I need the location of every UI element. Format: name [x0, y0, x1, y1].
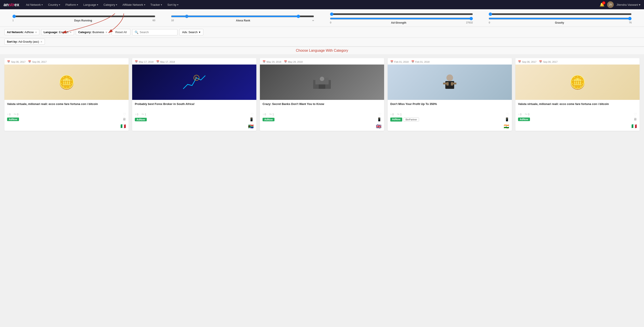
filter-tag-language: Language: English × — [41, 29, 74, 35]
search-input[interactable] — [140, 30, 175, 34]
trend-icon: 〜 — [14, 112, 16, 116]
gravity-max: 76 — [629, 21, 632, 24]
card-2-flag: 🇿🇦 — [132, 124, 256, 131]
nav-country[interactable]: Country ▾ — [46, 2, 62, 8]
chevron-down-icon: ▾ — [177, 4, 178, 6]
days-running-min: 1 — [12, 19, 14, 22]
filter-tag-ad-network: Ad Network: AdNow × — [4, 29, 39, 35]
chevron-down-icon: ▾ — [161, 4, 162, 6]
days-running-label: Days Running — [74, 19, 92, 22]
share-icon: ↑ — [518, 113, 519, 116]
card-2-footer: AdNow 📱 — [132, 117, 256, 124]
card-4-image — [388, 64, 512, 100]
nav-platform[interactable]: Platform ▾ — [63, 2, 80, 8]
desktop-icon: 🖥 — [634, 117, 637, 121]
calendar-icon: 📅 — [135, 60, 138, 63]
navbar-right: 🔔 2 JV Jitendra Vaswani ▾ — [600, 1, 640, 8]
chevron-down-icon: ▾ — [199, 30, 200, 34]
alexa-rank-slider-group: 10 Alexa Rank ∞ — [163, 14, 322, 22]
slider-area: 1 Days Running 60 10 Alexa Rank ∞ 0 Ad-S… — [0, 9, 644, 27]
gravity-max-slider[interactable] — [489, 17, 632, 20]
nav-sort-by[interactable]: Sort by ▾ — [165, 2, 180, 8]
chevron-down-icon: ▾ — [77, 4, 78, 6]
filter-tag-ad-network-close[interactable]: × — [35, 30, 37, 34]
card-2-image: ₿ — [132, 64, 256, 100]
reset-all-button[interactable]: Reset All — [112, 29, 130, 35]
card-1: 📅 Sep 06, 2017 📅 Sep 06, 2017 🪙 Valuta v… — [4, 58, 128, 131]
network-badge-binpartner: BinPartner — [404, 118, 419, 122]
filter-tag-language-close[interactable]: × — [70, 30, 72, 34]
heart-icon[interactable]: ♡ — [250, 112, 254, 116]
filter-tag-category: Category: Business × — [76, 29, 110, 35]
network-badge-adnow: AdNow — [135, 118, 147, 121]
card-2-stats: ↑ 0 〜 1 ♡ — [132, 111, 256, 117]
days-running-slider[interactable] — [12, 14, 155, 18]
alexa-rank-label: Alexa Rank — [236, 19, 250, 22]
alexa-rank-max-slider[interactable] — [171, 14, 314, 18]
nav-language[interactable]: Language ▾ — [81, 2, 100, 8]
gravity-slider-group: 0 Gravity 76 — [481, 12, 640, 24]
network-badge-adnow: AdNow — [390, 118, 402, 122]
network-badge-adnow: AdNow — [518, 118, 530, 121]
card-3-image — [260, 64, 384, 100]
filter-tag-sort-close[interactable]: × — [40, 40, 42, 43]
alexa-rank-max: ∞ — [312, 19, 314, 22]
notification-badge: 2 — [602, 1, 605, 4]
ad-strength-slider-group: 0 Ad-Strength 27632 — [322, 12, 481, 24]
nav-affiliate-network[interactable]: Affiliate Network ▾ — [120, 2, 148, 8]
heart-icon[interactable]: ♡ — [123, 112, 126, 116]
nav-ad-network[interactable]: Ad Network ▾ — [24, 2, 45, 8]
share-icon: ↑ — [262, 113, 264, 116]
heart-icon[interactable]: ♡ — [506, 112, 509, 116]
calendar-icon: 📅 — [156, 60, 159, 63]
filter-wrapper: Ad Network: AdNow × Language: English × … — [0, 27, 644, 47]
svg-point-6 — [320, 77, 324, 81]
calendar-icon: 📅 — [284, 60, 287, 63]
card-2-tags: AdNow — [135, 118, 147, 121]
search-box: 🔍 — [132, 29, 178, 35]
user-name[interactable]: Jitendra Vaswani ▾ — [616, 3, 640, 6]
svg-rect-11 — [451, 82, 453, 86]
card-4-dates: 📅 Feb 01, 2018 📅 Feb 01, 2018 — [388, 58, 512, 64]
filter-tag-sort: Sort by: Ad-Gravity (asc) × — [4, 39, 45, 45]
heart-icon[interactable]: ♡ — [634, 112, 637, 116]
card-5-tags: AdNow — [518, 118, 530, 121]
card-5-image: 🪙 — [516, 64, 640, 100]
nav-tracker[interactable]: Tracker ▾ — [148, 2, 164, 8]
heart-icon[interactable]: ♡ — [378, 112, 382, 116]
brand-highlight: str — [8, 2, 14, 7]
svg-rect-13 — [453, 83, 456, 84]
card-5-footer: AdNow 🖥 — [516, 117, 640, 124]
search-icon: 🔍 — [134, 30, 138, 34]
gravity-label: Gravity — [555, 21, 564, 24]
gravity-min: 0 — [489, 21, 490, 24]
adv-search-button[interactable]: Adv. Search ▾ — [179, 29, 203, 35]
card-1-stats: ↑ 0 〜 0 ♡ — [4, 111, 128, 117]
chevron-down-icon: ▾ — [116, 4, 117, 6]
filter-tag-category-close[interactable]: × — [106, 30, 108, 34]
card-5-title: Valuta virtuale, milionari reali: ecco c… — [516, 100, 640, 111]
card-5-stats: ↑ 0 〜 0 ♡ — [516, 111, 640, 117]
mobile-icon: 📱 — [505, 117, 509, 122]
alexa-rank-min: 10 — [171, 19, 174, 22]
avatar: JV — [607, 1, 614, 8]
chevron-down-icon: ▾ — [97, 4, 98, 6]
card-3-flag: 🇬🇧 — [260, 124, 384, 131]
svg-rect-7 — [319, 84, 325, 89]
nav-category[interactable]: Category ▾ — [101, 2, 119, 8]
card-4-title: Don't Miss Your Profit Up To 350% — [388, 100, 512, 111]
card-3-dates: 📅 May 29, 2018 📅 May 29, 2018 — [260, 58, 384, 64]
card-4-tags: AdNow BinPartner — [390, 118, 419, 122]
card-3: 📅 May 29, 2018 📅 May 29, 2018 Crazy: Sec… — [260, 58, 384, 131]
card-1-image: 🪙 — [4, 64, 128, 100]
ad-strength-max-slider[interactable] — [330, 17, 473, 20]
chevron-down-icon: ▾ — [42, 4, 43, 6]
trend-icon: 〜 — [269, 112, 272, 116]
card-3-footer: AdNow 📱 — [260, 117, 384, 124]
card-1-flag: 🇮🇹 — [4, 124, 128, 130]
chevron-down-icon: ▾ — [144, 4, 145, 6]
ad-strength-min-slider[interactable] — [330, 12, 473, 16]
notification-bell[interactable]: 🔔 2 — [600, 2, 604, 7]
gravity-min-slider[interactable] — [489, 12, 632, 16]
calendar-icon: 📅 — [7, 60, 10, 63]
